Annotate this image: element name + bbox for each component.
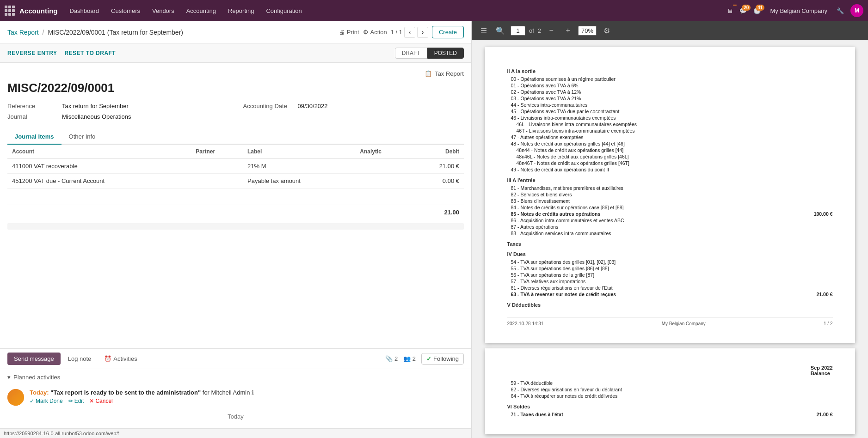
clock-small-icon: ⏰ — [104, 355, 111, 362]
pdf-zoom-in[interactable]: + — [561, 24, 574, 37]
x-icon: ✕ — [89, 398, 94, 404]
pdf-row: 55 - TVA sur opérations des grilles [86]… — [507, 265, 833, 272]
cancel-button[interactable]: ✕ Cancel — [89, 398, 112, 404]
pdf-row: 48 - Notes de crédit aux opérations gril… — [507, 140, 833, 147]
breadcrumb-parent[interactable]: Tax Report — [7, 29, 39, 36]
gear-icon: ⚙ — [363, 29, 369, 36]
chat-icon[interactable]: 💬 20 — [739, 7, 747, 14]
pdf-row: 56 - TVA sur opérations de la grille [87… — [507, 272, 833, 278]
pdf-row: 88 - Acquisition services intra-communau… — [507, 230, 833, 237]
send-message-button[interactable]: Send message — [7, 353, 61, 365]
tab-other-info[interactable]: Other Info — [62, 129, 103, 145]
pdf-footer-company: My Belgian Company — [662, 321, 706, 326]
nav-vendors[interactable]: Vendors — [148, 6, 179, 16]
print-button[interactable]: 🖨 Print — [339, 29, 359, 36]
activities-button[interactable]: ⏰ Activities — [98, 353, 142, 365]
reset-to-draft-button[interactable]: RESET TO DRAFT — [64, 50, 116, 56]
pdf-row: 71 - Taxes dues à l'état21.00 € — [507, 411, 833, 418]
pdf-zoom-out[interactable]: − — [545, 24, 558, 37]
cell-account-0: 411000 VAT recoverable — [7, 159, 191, 174]
pdf-content[interactable]: II A la sortie 00 - Opérations soumises … — [472, 40, 868, 438]
avatar — [7, 389, 24, 406]
status-posted-button[interactable]: POSTED — [427, 48, 464, 59]
pdf-row: 81 - Marchandises, matières premières et… — [507, 185, 833, 191]
pdf-page-2: Sep 2022Balance 59 - TVA déductible 62 -… — [485, 348, 855, 434]
create-button[interactable]: Create — [432, 26, 464, 38]
pager: 1 / 1 ‹ › — [391, 27, 428, 38]
pdf-row: 02 - Opérations avec TVA à 12% — [507, 89, 833, 95]
follower-count: 👥 2 — [403, 355, 416, 362]
table-row[interactable]: 411000 VAT recoverable 21% M 21.00 € — [7, 159, 464, 174]
pdf-viewer: ☰ 🔍 of 2 − + 70% ⚙ II A la sortie 00 - O… — [472, 21, 868, 438]
cell-partner-0 — [191, 159, 243, 174]
accounting-date-label: Accounting Date — [243, 103, 294, 110]
activity-today-label: Today: — [30, 389, 49, 396]
table-row-empty — [7, 189, 464, 205]
journal-label: Journal — [7, 113, 58, 120]
horizontal-scrollbar[interactable] — [7, 223, 464, 230]
chat-badge: 20 — [742, 5, 751, 11]
reference-field: Reference Tax return for September — [7, 103, 228, 110]
pdf-row: 00 - Opérations soumises à un régime par… — [507, 76, 833, 82]
cell-label-1: Payable tax amount — [243, 174, 355, 189]
status-draft-button[interactable]: DRAFT — [395, 48, 427, 59]
journal-table: Account Partner Label Analytic Debit 411… — [7, 145, 464, 219]
planned-activities-title[interactable]: ▾ Planned activities — [7, 374, 464, 381]
nav-reporting[interactable]: Reporting — [223, 6, 259, 16]
reference-value: Tax return for September — [62, 103, 129, 110]
journal-field: Journal Miscellaneous Operations — [7, 113, 228, 120]
screen-icon[interactable]: 🖥 — [727, 7, 733, 14]
pdf-row: 48n46L - Notes de crédit aux opérations … — [507, 153, 833, 160]
user-avatar[interactable]: M — [850, 4, 863, 17]
pager-next[interactable]: › — [417, 27, 428, 38]
table-row[interactable]: 451200 VAT due - Current Account Payable… — [7, 174, 464, 189]
pdf-section-iv-title: IV Dues — [507, 251, 833, 257]
pdf-row: 82 - Services et biens divers — [507, 191, 833, 198]
form-tabs: Journal Items Other Info — [7, 129, 464, 145]
nav-configuration[interactable]: Configuration — [261, 6, 306, 16]
following-button[interactable]: ✓ Following — [421, 353, 464, 365]
pdf-settings-button[interactable]: ⚙ — [600, 24, 613, 37]
nav-accounting[interactable]: Accounting — [182, 6, 221, 16]
pdf-page-input[interactable] — [511, 26, 525, 36]
cell-analytic-1 — [355, 174, 411, 189]
pdf-row: 48n44 - Notes de crédit aux opérations g… — [507, 147, 833, 153]
activity-text: "Tax report is ready to be sent to the a… — [50, 389, 201, 396]
status-buttons: DRAFT POSTED — [395, 48, 464, 59]
clock-icon[interactable]: 🕐 41 — [753, 7, 761, 14]
log-note-button[interactable]: Log note — [62, 353, 97, 365]
pdf-row: 54 - TVA sur opérations des grilles [01]… — [507, 259, 833, 265]
form-content: 📋 Tax Report MISC/2022/09/0001 Reference… — [0, 63, 471, 348]
follower-icon: 👥 — [403, 355, 411, 362]
clock-badge: 41 — [756, 5, 764, 11]
pdf-section-v-title: V Déductibles — [507, 302, 833, 308]
edit-button[interactable]: ✏ Edit — [68, 398, 84, 404]
pdf-sidebar-toggle[interactable]: ☰ — [477, 24, 490, 37]
form-fields: Reference Tax return for September Accou… — [7, 103, 464, 120]
breadcrumb: Tax Report / MISC/2022/09/0001 (Tax retu… — [7, 29, 339, 36]
pdf-footer-pager: 1 / 2 — [824, 321, 832, 326]
cell-debit-0: 21.00 € — [411, 159, 464, 174]
tab-journal-items[interactable]: Journal Items — [7, 129, 62, 145]
pdf-row: 03 - Opérations avec TVA à 21% — [507, 95, 833, 102]
mark-done-button[interactable]: ✓ Mark Done — [30, 398, 63, 404]
chatter-right: 📎 2 👥 2 ✓ Following — [385, 353, 464, 365]
activity-item: Today: "Tax report is ready to be sent t… — [7, 385, 464, 409]
pdf-search-button[interactable]: 🔍 — [494, 24, 507, 37]
pdf-row: 59 - TVA déductible — [507, 380, 833, 386]
pdf-section-iii-title: III A l'entrée — [507, 177, 833, 183]
planned-section: ▾ Planned activities Today: "Tax report … — [0, 369, 471, 428]
settings-icon[interactable]: 🔧 — [837, 7, 844, 14]
pdf-section-taxes-title: Taxes — [507, 241, 833, 247]
pdf-zoom-level: 70% — [578, 26, 597, 36]
action-button[interactable]: ⚙ Action — [363, 29, 387, 36]
pdf-row: 83 - Biens d'investissement — [507, 198, 833, 204]
chatter: Send message Log note ⏰ Activities 📎 2 👥… — [0, 348, 471, 438]
pager-prev[interactable]: ‹ — [404, 27, 415, 38]
reverse-entry-button[interactable]: REVERSE ENTRY — [7, 50, 57, 56]
app-name: Accounting — [19, 7, 58, 15]
pdf-row: 85 - Notes de crédits autres opérations1… — [507, 211, 833, 217]
app-grid-icon[interactable] — [5, 6, 15, 16]
nav-dashboard[interactable]: Dashboard — [65, 6, 104, 16]
nav-customers[interactable]: Customers — [106, 6, 145, 16]
